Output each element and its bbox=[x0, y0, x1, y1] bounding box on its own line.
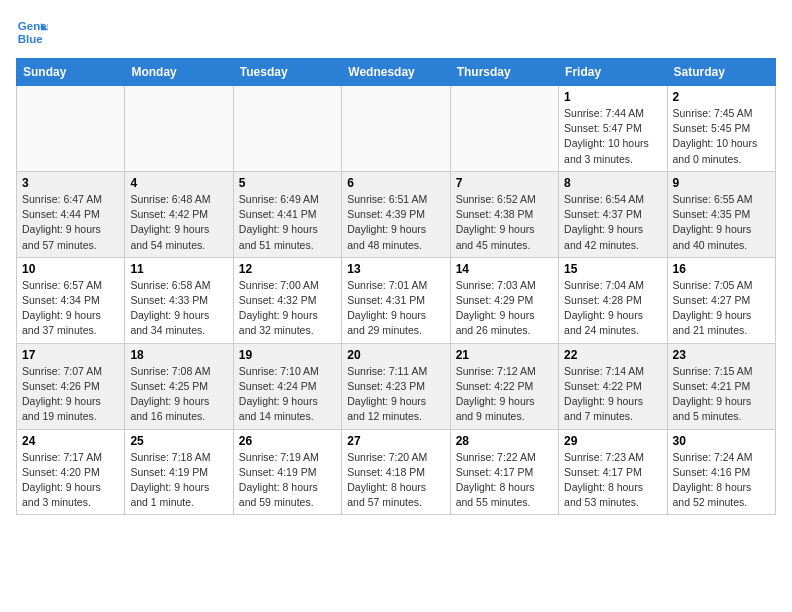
calendar-cell bbox=[342, 86, 450, 172]
calendar-cell: 25Sunrise: 7:18 AM Sunset: 4:19 PM Dayli… bbox=[125, 429, 233, 515]
day-number: 19 bbox=[239, 348, 336, 362]
day-number: 22 bbox=[564, 348, 661, 362]
day-info: Sunrise: 7:24 AM Sunset: 4:16 PM Dayligh… bbox=[673, 450, 770, 511]
day-number: 15 bbox=[564, 262, 661, 276]
day-number: 16 bbox=[673, 262, 770, 276]
day-info: Sunrise: 7:07 AM Sunset: 4:26 PM Dayligh… bbox=[22, 364, 119, 425]
svg-text:Blue: Blue bbox=[18, 33, 44, 45]
day-info: Sunrise: 6:49 AM Sunset: 4:41 PM Dayligh… bbox=[239, 192, 336, 253]
day-number: 27 bbox=[347, 434, 444, 448]
calendar-cell: 28Sunrise: 7:22 AM Sunset: 4:17 PM Dayli… bbox=[450, 429, 558, 515]
calendar-cell: 10Sunrise: 6:57 AM Sunset: 4:34 PM Dayli… bbox=[17, 257, 125, 343]
logo: General Blue bbox=[16, 16, 48, 48]
day-info: Sunrise: 7:11 AM Sunset: 4:23 PM Dayligh… bbox=[347, 364, 444, 425]
day-info: Sunrise: 6:48 AM Sunset: 4:42 PM Dayligh… bbox=[130, 192, 227, 253]
day-info: Sunrise: 7:01 AM Sunset: 4:31 PM Dayligh… bbox=[347, 278, 444, 339]
day-info: Sunrise: 7:04 AM Sunset: 4:28 PM Dayligh… bbox=[564, 278, 661, 339]
day-info: Sunrise: 7:45 AM Sunset: 5:45 PM Dayligh… bbox=[673, 106, 770, 167]
day-number: 13 bbox=[347, 262, 444, 276]
day-info: Sunrise: 6:55 AM Sunset: 4:35 PM Dayligh… bbox=[673, 192, 770, 253]
calendar-cell bbox=[233, 86, 341, 172]
calendar-week-2: 3Sunrise: 6:47 AM Sunset: 4:44 PM Daylig… bbox=[17, 171, 776, 257]
day-info: Sunrise: 7:05 AM Sunset: 4:27 PM Dayligh… bbox=[673, 278, 770, 339]
calendar-cell: 22Sunrise: 7:14 AM Sunset: 4:22 PM Dayli… bbox=[559, 343, 667, 429]
day-info: Sunrise: 7:15 AM Sunset: 4:21 PM Dayligh… bbox=[673, 364, 770, 425]
calendar-cell: 1Sunrise: 7:44 AM Sunset: 5:47 PM Daylig… bbox=[559, 86, 667, 172]
day-info: Sunrise: 6:47 AM Sunset: 4:44 PM Dayligh… bbox=[22, 192, 119, 253]
calendar-week-3: 10Sunrise: 6:57 AM Sunset: 4:34 PM Dayli… bbox=[17, 257, 776, 343]
day-number: 29 bbox=[564, 434, 661, 448]
day-number: 20 bbox=[347, 348, 444, 362]
calendar-cell: 17Sunrise: 7:07 AM Sunset: 4:26 PM Dayli… bbox=[17, 343, 125, 429]
calendar-cell: 19Sunrise: 7:10 AM Sunset: 4:24 PM Dayli… bbox=[233, 343, 341, 429]
calendar-cell: 11Sunrise: 6:58 AM Sunset: 4:33 PM Dayli… bbox=[125, 257, 233, 343]
day-number: 2 bbox=[673, 90, 770, 104]
calendar-cell: 26Sunrise: 7:19 AM Sunset: 4:19 PM Dayli… bbox=[233, 429, 341, 515]
day-number: 5 bbox=[239, 176, 336, 190]
calendar: SundayMondayTuesdayWednesdayThursdayFrid… bbox=[16, 58, 776, 515]
calendar-cell: 12Sunrise: 7:00 AM Sunset: 4:32 PM Dayli… bbox=[233, 257, 341, 343]
day-number: 1 bbox=[564, 90, 661, 104]
calendar-cell: 2Sunrise: 7:45 AM Sunset: 5:45 PM Daylig… bbox=[667, 86, 775, 172]
day-number: 17 bbox=[22, 348, 119, 362]
calendar-cell bbox=[125, 86, 233, 172]
day-number: 23 bbox=[673, 348, 770, 362]
day-info: Sunrise: 7:19 AM Sunset: 4:19 PM Dayligh… bbox=[239, 450, 336, 511]
day-number: 9 bbox=[673, 176, 770, 190]
day-info: Sunrise: 7:03 AM Sunset: 4:29 PM Dayligh… bbox=[456, 278, 553, 339]
day-info: Sunrise: 7:08 AM Sunset: 4:25 PM Dayligh… bbox=[130, 364, 227, 425]
weekday-header-sunday: Sunday bbox=[17, 59, 125, 86]
day-number: 28 bbox=[456, 434, 553, 448]
calendar-cell: 29Sunrise: 7:23 AM Sunset: 4:17 PM Dayli… bbox=[559, 429, 667, 515]
day-info: Sunrise: 7:12 AM Sunset: 4:22 PM Dayligh… bbox=[456, 364, 553, 425]
calendar-cell: 5Sunrise: 6:49 AM Sunset: 4:41 PM Daylig… bbox=[233, 171, 341, 257]
calendar-cell: 16Sunrise: 7:05 AM Sunset: 4:27 PM Dayli… bbox=[667, 257, 775, 343]
calendar-cell: 9Sunrise: 6:55 AM Sunset: 4:35 PM Daylig… bbox=[667, 171, 775, 257]
weekday-header-row: SundayMondayTuesdayWednesdayThursdayFrid… bbox=[17, 59, 776, 86]
calendar-cell: 18Sunrise: 7:08 AM Sunset: 4:25 PM Dayli… bbox=[125, 343, 233, 429]
day-number: 25 bbox=[130, 434, 227, 448]
calendar-cell: 30Sunrise: 7:24 AM Sunset: 4:16 PM Dayli… bbox=[667, 429, 775, 515]
calendar-cell bbox=[17, 86, 125, 172]
day-info: Sunrise: 7:44 AM Sunset: 5:47 PM Dayligh… bbox=[564, 106, 661, 167]
weekday-header-thursday: Thursday bbox=[450, 59, 558, 86]
day-number: 30 bbox=[673, 434, 770, 448]
calendar-cell: 23Sunrise: 7:15 AM Sunset: 4:21 PM Dayli… bbox=[667, 343, 775, 429]
day-number: 3 bbox=[22, 176, 119, 190]
day-info: Sunrise: 7:17 AM Sunset: 4:20 PM Dayligh… bbox=[22, 450, 119, 511]
day-number: 7 bbox=[456, 176, 553, 190]
day-info: Sunrise: 7:10 AM Sunset: 4:24 PM Dayligh… bbox=[239, 364, 336, 425]
day-number: 18 bbox=[130, 348, 227, 362]
day-info: Sunrise: 6:57 AM Sunset: 4:34 PM Dayligh… bbox=[22, 278, 119, 339]
day-info: Sunrise: 6:51 AM Sunset: 4:39 PM Dayligh… bbox=[347, 192, 444, 253]
day-number: 26 bbox=[239, 434, 336, 448]
day-number: 21 bbox=[456, 348, 553, 362]
day-info: Sunrise: 7:14 AM Sunset: 4:22 PM Dayligh… bbox=[564, 364, 661, 425]
calendar-cell: 14Sunrise: 7:03 AM Sunset: 4:29 PM Dayli… bbox=[450, 257, 558, 343]
day-number: 10 bbox=[22, 262, 119, 276]
calendar-cell: 3Sunrise: 6:47 AM Sunset: 4:44 PM Daylig… bbox=[17, 171, 125, 257]
day-number: 6 bbox=[347, 176, 444, 190]
calendar-cell: 21Sunrise: 7:12 AM Sunset: 4:22 PM Dayli… bbox=[450, 343, 558, 429]
weekday-header-friday: Friday bbox=[559, 59, 667, 86]
calendar-week-5: 24Sunrise: 7:17 AM Sunset: 4:20 PM Dayli… bbox=[17, 429, 776, 515]
day-number: 4 bbox=[130, 176, 227, 190]
calendar-cell: 20Sunrise: 7:11 AM Sunset: 4:23 PM Dayli… bbox=[342, 343, 450, 429]
calendar-cell bbox=[450, 86, 558, 172]
day-info: Sunrise: 7:18 AM Sunset: 4:19 PM Dayligh… bbox=[130, 450, 227, 511]
day-number: 12 bbox=[239, 262, 336, 276]
calendar-cell: 13Sunrise: 7:01 AM Sunset: 4:31 PM Dayli… bbox=[342, 257, 450, 343]
day-info: Sunrise: 7:20 AM Sunset: 4:18 PM Dayligh… bbox=[347, 450, 444, 511]
calendar-week-4: 17Sunrise: 7:07 AM Sunset: 4:26 PM Dayli… bbox=[17, 343, 776, 429]
calendar-week-1: 1Sunrise: 7:44 AM Sunset: 5:47 PM Daylig… bbox=[17, 86, 776, 172]
calendar-cell: 27Sunrise: 7:20 AM Sunset: 4:18 PM Dayli… bbox=[342, 429, 450, 515]
weekday-header-monday: Monday bbox=[125, 59, 233, 86]
day-number: 8 bbox=[564, 176, 661, 190]
weekday-header-tuesday: Tuesday bbox=[233, 59, 341, 86]
weekday-header-wednesday: Wednesday bbox=[342, 59, 450, 86]
day-number: 24 bbox=[22, 434, 119, 448]
day-info: Sunrise: 7:00 AM Sunset: 4:32 PM Dayligh… bbox=[239, 278, 336, 339]
day-info: Sunrise: 6:58 AM Sunset: 4:33 PM Dayligh… bbox=[130, 278, 227, 339]
header: General Blue bbox=[16, 16, 776, 48]
calendar-cell: 8Sunrise: 6:54 AM Sunset: 4:37 PM Daylig… bbox=[559, 171, 667, 257]
